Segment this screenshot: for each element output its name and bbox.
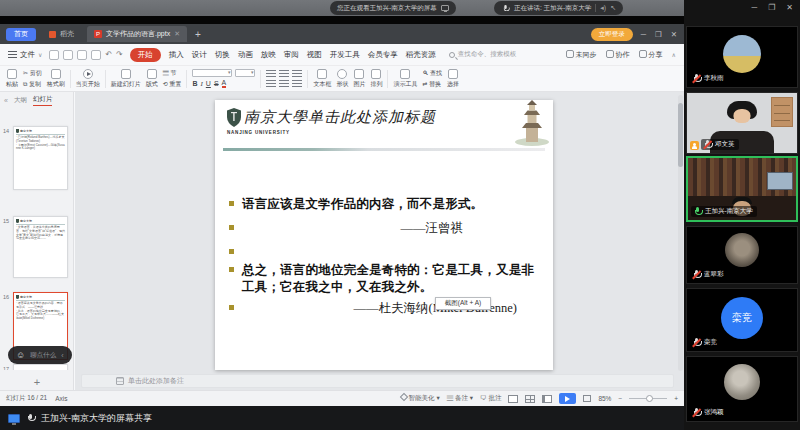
font-size-select[interactable] — [235, 69, 255, 77]
collapse-ribbon-icon[interactable]: ∧ — [672, 51, 676, 58]
find-button[interactable]: 🔍︎ 查找 — [422, 69, 442, 78]
justify-icon[interactable] — [266, 80, 276, 88]
minimize-button[interactable]: ─ — [751, 3, 757, 12]
fit-window-icon[interactable] — [583, 395, 591, 402]
tab-slides[interactable]: 幻灯片 — [33, 95, 53, 106]
notes-bar[interactable]: 单击此处添加备注 — [81, 374, 674, 388]
file-menu[interactable]: 文件 ∨ — [8, 50, 42, 60]
copy-button[interactable]: ⧉ 复制 — [23, 80, 42, 89]
format-painter-button[interactable]: 格式刷 — [47, 69, 65, 89]
collapse-panel-icon[interactable]: « — [4, 97, 8, 104]
present-tools-button[interactable]: 演示工具 — [393, 69, 417, 89]
tab-developer[interactable]: 开发工具 — [330, 50, 360, 60]
tab-review[interactable]: 审阅 — [284, 50, 299, 60]
beautify-button[interactable]: 智能美化 ▾ — [401, 394, 440, 403]
arrange-button[interactable]: 排列 — [370, 69, 382, 89]
share-button[interactable]: 分享 — [639, 50, 663, 60]
zoom-slider[interactable] — [629, 398, 667, 399]
output-icon[interactable] — [63, 50, 73, 60]
home-tab[interactable]: 首页 — [6, 28, 36, 41]
participant-tile-1[interactable]: 李秋雨 — [686, 26, 798, 88]
tab-insert[interactable]: 插入 — [169, 50, 184, 60]
login-button[interactable]: 立即登录 — [591, 28, 633, 41]
tab-home[interactable]: 开始 — [130, 48, 161, 62]
participant-tile-5[interactable]: 栾竞 栾竞 — [686, 288, 798, 352]
line-spacing-icon[interactable] — [279, 80, 289, 88]
numbering-icon[interactable] — [292, 80, 302, 88]
tab-outline[interactable]: 大纲 — [14, 96, 27, 105]
textbox-button[interactable]: 文本框 — [313, 69, 331, 89]
thumbnail-14[interactable]: 南京大學 · 巴尔特(Roland Barthes)…托多罗夫(Tzvetan … — [13, 126, 68, 190]
docer-tab[interactable]: 稻壳 — [42, 26, 81, 42]
font-color-button[interactable]: A — [222, 79, 227, 88]
sorter-view-icon[interactable] — [525, 395, 535, 403]
reading-view-icon[interactable] — [542, 395, 552, 403]
sync-status[interactable]: 未同步 — [566, 50, 597, 60]
slide-body[interactable]: 语言应该是文学作品的内容，而不是形式。 ——汪曾祺 总之，语言的地位完全是奇特的… — [229, 196, 543, 318]
participant-tile-6[interactable]: 张鸿颖 — [686, 356, 798, 422]
save-icon[interactable] — [49, 50, 59, 60]
participant-tile-4[interactable]: 蓝翠彩 — [686, 226, 798, 284]
collaborate-button[interactable]: 协作 — [606, 50, 630, 60]
zoom-level[interactable]: 85% — [598, 395, 611, 402]
strikethrough-button[interactable]: S — [214, 80, 219, 87]
new-tab-button[interactable]: + — [195, 29, 201, 40]
bold-button[interactable]: B — [192, 80, 197, 87]
thumbnail-17[interactable] — [13, 364, 68, 370]
font-family-select[interactable] — [192, 69, 232, 77]
cut-button[interactable]: ✂ 剪切 — [23, 69, 42, 78]
layout-button[interactable]: 版式 — [146, 69, 158, 89]
underline-button[interactable]: U — [206, 80, 211, 87]
close-window-icon[interactable]: ✕ — [671, 30, 678, 39]
play-from-page-button[interactable]: 当页开始 — [76, 69, 100, 89]
slide-16[interactable]: 南京大學单击此处添加标题 NANJING UNIVERSITY — [215, 100, 553, 370]
reset-button[interactable]: ⟲ 重置 — [163, 80, 182, 89]
minimize-window-icon[interactable]: ─ — [641, 30, 647, 39]
emoji-icon[interactable]: ☺ — [16, 351, 25, 360]
section-button[interactable]: ▤ 节 — [163, 69, 182, 78]
chat-bubble[interactable]: ☺ 聊点什么 ‹ — [8, 346, 72, 364]
participant-tile-2[interactable]: 邓文英 — [686, 92, 798, 154]
zoom-in-button[interactable]: + — [674, 395, 678, 402]
align-right-icon[interactable] — [292, 70, 302, 78]
redo-icon[interactable]: ↷ — [116, 50, 123, 59]
slide-title-line[interactable]: 南京大學单击此处添加标题 — [244, 108, 436, 127]
zoom-slider-knob[interactable] — [646, 395, 653, 402]
print-icon[interactable] — [77, 50, 87, 60]
canvas-scrollbar[interactable] — [678, 95, 683, 371]
preview-icon[interactable] — [91, 50, 101, 60]
tab-animation[interactable]: 动画 — [238, 50, 253, 60]
collapse-chat-icon[interactable]: ‹ — [61, 352, 63, 359]
tab-slideshow[interactable]: 放映 — [261, 50, 276, 60]
participant-tile-3-speaking[interactable]: 王加兴-南京大学 — [686, 156, 798, 222]
paste-button[interactable]: 粘贴 — [6, 69, 18, 89]
tab-view[interactable]: 视图 — [307, 50, 322, 60]
add-slide-button[interactable]: + — [0, 376, 74, 388]
tab-transition[interactable]: 切换 — [215, 50, 230, 60]
shape-button[interactable]: 形状 — [336, 69, 348, 89]
slideshow-play-button[interactable] — [559, 393, 576, 404]
normal-view-icon[interactable] — [508, 395, 518, 403]
command-search[interactable]: 查找命令、搜索模板 — [449, 50, 517, 59]
align-center-icon[interactable] — [279, 70, 289, 78]
select-button[interactable]: 选择 — [447, 69, 459, 89]
picture-button[interactable]: 图片 — [353, 69, 365, 89]
replace-button[interactable]: ⇄ 替换 — [422, 80, 442, 89]
thumbnail-15[interactable]: 南京大學 · 文学语言，从语体分类的角度而言，包括“文学语言”和“标准语”，现代… — [13, 216, 68, 278]
close-button[interactable]: ✕ — [786, 3, 793, 12]
tab-docer-res[interactable]: 稻壳资源 — [406, 50, 436, 60]
notes-toggle[interactable]: ▤ 备注 ▾ — [447, 394, 473, 403]
zoom-out-button[interactable]: − — [618, 395, 622, 402]
tab-member[interactable]: 会员专享 — [368, 50, 398, 60]
tab-design[interactable]: 设计 — [192, 50, 207, 60]
document-tab[interactable]: P 文学作品的语言.pptx ✕ — [87, 26, 187, 42]
new-slide-button[interactable]: 新建幻灯片 — [111, 69, 141, 89]
undo-icon[interactable]: ↶ — [105, 50, 112, 59]
comments-toggle[interactable]: 🗨︎ 批注 — [480, 394, 501, 403]
align-left-icon[interactable] — [266, 70, 276, 78]
restore-button[interactable]: ❐ — [768, 3, 775, 12]
close-tab-icon[interactable]: ✕ — [174, 30, 180, 38]
restore-window-icon[interactable]: ❐ — [655, 30, 663, 39]
chat-placeholder[interactable]: 聊点什么 — [30, 351, 56, 360]
italic-button[interactable]: I — [200, 80, 202, 88]
